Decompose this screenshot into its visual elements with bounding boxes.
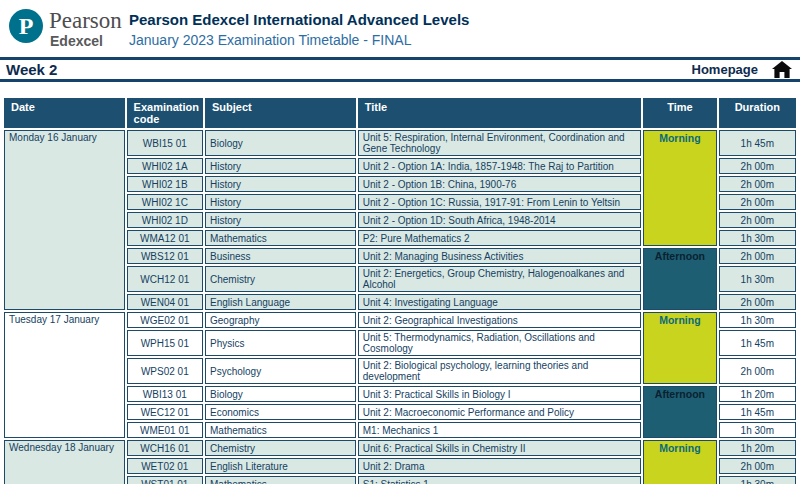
- week-label: Week 2: [6, 61, 57, 78]
- exam-title-cell: Unit 2 - Option 1B: China, 1900-76: [358, 176, 641, 192]
- exam-code-cell: WPS02 01: [127, 358, 203, 384]
- exam-code-cell: WET02 01: [127, 458, 203, 474]
- logo-division-text: Edexcel: [50, 33, 122, 49]
- exam-title-cell: M1: Mechanics 1: [358, 422, 641, 438]
- duration-cell: 1h 20m: [719, 440, 796, 456]
- subject-cell: Mathematics: [205, 230, 356, 246]
- logo-brand-text: Pearson: [49, 9, 122, 33]
- exam-code-cell: WBI15 01: [127, 130, 203, 156]
- page-subtitle: January 2023 Examination Timetable - FIN…: [129, 30, 469, 50]
- time-cell: Afternoon: [643, 386, 716, 438]
- subject-cell: History: [205, 158, 356, 174]
- exam-title-cell: Unit 2 - Option 1A: India, 1857-1948: Th…: [358, 158, 641, 174]
- top-header: P Pearson Edexcel Pearson Edexcel Intern…: [0, 0, 800, 57]
- subject-cell: History: [205, 176, 356, 192]
- exam-code-cell: WBS12 01: [127, 248, 203, 264]
- exam-code-cell: WHI02 1C: [127, 194, 203, 210]
- date-cell: Wednesday 18 January: [4, 440, 125, 484]
- exam-title-cell: Unit 2: Macroeconomic Performance and Po…: [358, 404, 641, 420]
- homepage-link[interactable]: Homepage: [692, 61, 792, 78]
- exam-code-cell: WCH12 01: [127, 266, 203, 292]
- pearson-p-icon: P: [9, 9, 43, 43]
- subject-cell: Mathematics: [205, 476, 356, 484]
- subject-cell: English Language: [205, 294, 356, 310]
- col-header-subject: Subject: [205, 98, 356, 128]
- timetable-row: Wednesday 18 JanuaryWCH16 01ChemistryUni…: [4, 440, 796, 456]
- exam-code-cell: WBI13 01: [127, 386, 203, 402]
- time-cell: Afternoon: [643, 248, 716, 310]
- subject-cell: Biology: [205, 386, 356, 402]
- timetable-row: Monday 16 JanuaryWBI15 01BiologyUnit 5: …: [4, 130, 796, 156]
- date-cell: Monday 16 January: [4, 130, 125, 310]
- subject-cell: Physics: [205, 330, 356, 356]
- exam-code-cell: WHI02 1B: [127, 176, 203, 192]
- time-cell: Morning: [643, 130, 716, 246]
- duration-cell: 2h 00m: [719, 158, 796, 174]
- timetable-row: Tuesday 17 JanuaryWGE02 01GeographyUnit …: [4, 312, 796, 328]
- exam-code-cell: WHI02 1D: [127, 212, 203, 228]
- exam-code-cell: WPH15 01: [127, 330, 203, 356]
- duration-cell: 1h 20m: [719, 386, 796, 402]
- page-title: Pearson Edexcel International Advanced L…: [129, 10, 469, 30]
- exam-code-cell: WME01 01: [127, 422, 203, 438]
- exam-code-cell: WCH16 01: [127, 440, 203, 456]
- pearson-logo: P Pearson Edexcel: [9, 9, 121, 49]
- duration-cell: 1h 30m: [719, 230, 796, 246]
- table-header-row: Date Examination code Subject Title Time…: [4, 98, 796, 128]
- exam-title-cell: S1: Statistics 1: [358, 476, 641, 484]
- col-header-time: Time: [643, 98, 716, 128]
- exam-title-cell: Unit 2 - Option 1D: South Africa, 1948-2…: [358, 212, 641, 228]
- exam-title-cell: Unit 4: Investigating Language: [358, 294, 641, 310]
- duration-cell: 1h 30m: [719, 422, 796, 438]
- duration-cell: 1h 30m: [719, 266, 796, 292]
- exam-title-cell: Unit 5: Thermodynamics, Radiation, Oscil…: [358, 330, 641, 356]
- exam-code-cell: WHI02 1A: [127, 158, 203, 174]
- home-icon[interactable]: [772, 61, 792, 78]
- subject-cell: Business: [205, 248, 356, 264]
- exam-title-cell: Unit 6: Practical Skills in Chemistry II: [358, 440, 641, 456]
- subject-cell: History: [205, 194, 356, 210]
- duration-cell: 1h 30m: [719, 312, 796, 328]
- exam-code-cell: WEC12 01: [127, 404, 203, 420]
- subject-cell: Chemistry: [205, 266, 356, 292]
- exam-title-cell: Unit 2: Drama: [358, 458, 641, 474]
- duration-cell: 2h 00m: [719, 194, 796, 210]
- duration-cell: 2h 00m: [719, 176, 796, 192]
- exam-title-cell: Unit 2: Energetics, Group Chemistry, Hal…: [358, 266, 641, 292]
- exam-title-cell: Unit 3: Practical Skills in Biology I: [358, 386, 641, 402]
- duration-cell: 2h 00m: [719, 248, 796, 264]
- col-header-exam-code: Examination code: [127, 98, 203, 128]
- duration-cell: 2h 00m: [719, 294, 796, 310]
- exam-title-cell: Unit 5: Respiration, Internal Environmen…: [358, 130, 641, 156]
- timetable-body: Monday 16 JanuaryWBI15 01BiologyUnit 5: …: [4, 130, 796, 484]
- time-cell: Morning: [643, 312, 716, 384]
- exam-code-cell: WST01 01: [127, 476, 203, 484]
- duration-cell: 1h 45m: [719, 404, 796, 420]
- date-cell: Tuesday 17 January: [4, 312, 125, 438]
- exam-title-cell: P2: Pure Mathematics 2: [358, 230, 641, 246]
- subject-cell: Biology: [205, 130, 356, 156]
- exam-code-cell: WMA12 01: [127, 230, 203, 246]
- col-header-duration: Duration: [719, 98, 796, 128]
- exam-title-cell: Unit 2 - Option 1C: Russia, 1917-91: Fro…: [358, 194, 641, 210]
- divider-bottom: [0, 79, 800, 82]
- week-bar: Week 2 Homepage: [0, 60, 800, 79]
- exam-title-cell: Unit 2: Geographical Investigations: [358, 312, 641, 328]
- exam-code-cell: WEN04 01: [127, 294, 203, 310]
- duration-cell: 1h 30m: [719, 476, 796, 484]
- homepage-label[interactable]: Homepage: [692, 62, 758, 77]
- duration-cell: 2h 00m: [719, 458, 796, 474]
- col-header-title: Title: [358, 98, 641, 128]
- subject-cell: Psychology: [205, 358, 356, 384]
- subject-cell: Mathematics: [205, 422, 356, 438]
- exam-title-cell: Unit 2: Managing Business Activities: [358, 248, 641, 264]
- duration-cell: 2h 00m: [719, 212, 796, 228]
- time-cell: Morning: [643, 440, 716, 484]
- duration-cell: 1h 45m: [719, 130, 796, 156]
- exam-timetable: Date Examination code Subject Title Time…: [2, 96, 798, 484]
- duration-cell: 1h 45m: [719, 330, 796, 356]
- duration-cell: 2h 00m: [719, 358, 796, 384]
- exam-title-cell: Unit 2: Biological psychology, learning …: [358, 358, 641, 384]
- subject-cell: Chemistry: [205, 440, 356, 456]
- subject-cell: Geography: [205, 312, 356, 328]
